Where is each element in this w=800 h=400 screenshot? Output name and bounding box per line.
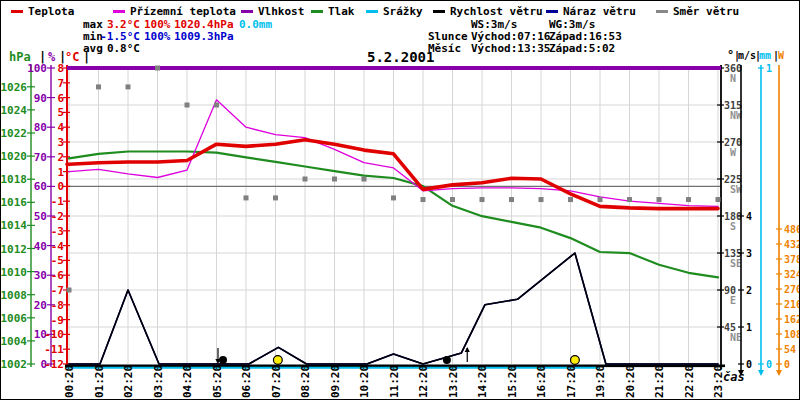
moonrise-arrow-icon xyxy=(465,347,470,352)
x-axis-time-label: 08:20 xyxy=(299,365,312,398)
sunset-marker xyxy=(571,356,580,365)
radiation-tick-label: 432 xyxy=(784,239,800,250)
wind-direction-compass-label: W xyxy=(730,147,737,158)
wind-direction-marker xyxy=(155,66,160,71)
wind-direction-marker xyxy=(450,197,455,202)
hpa-tick-label: 1004 xyxy=(1,335,27,348)
temperature-tick-label: 8 xyxy=(57,62,64,75)
temperature-tick-label: 2 xyxy=(57,151,64,164)
temperature-tick-label: -10 xyxy=(44,328,64,341)
x-axis-time-label: 12:20 xyxy=(417,365,430,398)
wind-direction-marker xyxy=(67,288,72,293)
temperature-tick-label: 6 xyxy=(57,92,64,105)
x-axis-time-label: 16:20 xyxy=(535,365,548,398)
x-axis-time-label: 00:20 xyxy=(63,365,76,398)
x-axis-time-label: 06:20 xyxy=(240,365,253,398)
wind-direction-marker xyxy=(244,195,249,200)
wind-direction-marker xyxy=(391,195,396,200)
temperature-tick-label: -5 xyxy=(51,254,64,267)
radiation-tick-label: 162 xyxy=(784,314,800,325)
temperature-tick-label: 0 xyxy=(57,180,64,193)
x-axis-time-label: 13:20 xyxy=(447,365,460,398)
hpa-tick-label: 1022 xyxy=(1,127,27,140)
x-axis-time-label: 03:20 xyxy=(152,365,165,398)
humidity-tick-label: 20 xyxy=(34,299,47,312)
wind-speed-tick-label: 1 xyxy=(746,322,752,333)
humidity-tick-label: 80 xyxy=(34,121,47,134)
wind-direction-compass-label: S xyxy=(730,221,736,232)
humidity-tick-label: 100 xyxy=(27,62,47,75)
temperature-tick-label: 3 xyxy=(57,136,64,149)
x-axis-time-label: 17:20 xyxy=(565,365,578,398)
hpa-tick-label: 1012 xyxy=(1,243,27,256)
meteogram-image: TeplotaPřízemní teplotaVlhkostTlakSrážky… xyxy=(0,0,800,400)
temperature-tick-label: 4 xyxy=(57,121,64,134)
hpa-tick-label: 1014 xyxy=(1,219,27,232)
x-axis-time-label: 11:20 xyxy=(388,365,401,398)
wind-direction-marker xyxy=(686,197,691,202)
x-axis-time-label: 22:20 xyxy=(683,365,696,398)
temperature-tick-label: 5 xyxy=(57,106,64,119)
radiation-axis-arrow-icon xyxy=(776,370,782,376)
wind-direction-marker xyxy=(421,197,426,202)
x-axis-time-label: 01:20 xyxy=(93,365,106,398)
wind-direction-marker xyxy=(568,197,573,202)
temperature-tick-label: -6 xyxy=(51,269,65,282)
wind-direction-marker xyxy=(627,197,632,202)
humidity-tick-label: 60 xyxy=(34,180,47,193)
wind-direction-marker xyxy=(185,103,190,108)
temperature-tick-label: 1 xyxy=(57,166,64,179)
chart-canvas: 1002100410061008101010121014101610181020… xyxy=(1,1,800,400)
precipitation-tick-label: 1 xyxy=(766,63,772,74)
radiation-tick-label: 0 xyxy=(784,359,790,370)
x-axis-time-label: 10:20 xyxy=(358,365,371,398)
temperature-tick-label: -4 xyxy=(51,240,65,253)
humidity-tick-label: 30 xyxy=(34,269,47,282)
hpa-tick-label: 1018 xyxy=(1,173,27,186)
wind-direction-marker xyxy=(598,197,603,202)
moonset-marker xyxy=(219,356,227,364)
radiation-tick-label: 216 xyxy=(784,299,800,310)
x-axis-time-label: 04:20 xyxy=(181,365,194,398)
wind-direction-marker xyxy=(509,197,514,202)
temperature-tick-label: -8 xyxy=(51,299,64,312)
humidity-tick-label: 40 xyxy=(34,240,47,253)
x-axis-time-label: 15:20 xyxy=(506,365,519,398)
x-axis-time-label: 19:20 xyxy=(594,365,607,398)
x-axis-time-label: 20:20 xyxy=(624,365,637,398)
temperature-tick-label: -7 xyxy=(51,284,64,297)
radiation-tick-label: 378 xyxy=(784,254,800,265)
wind-speed-tick-label: 3 xyxy=(746,248,752,259)
temperature-tick-label: -1 xyxy=(51,195,65,208)
hpa-tick-label: 1024 xyxy=(1,104,27,117)
moonrise-marker xyxy=(443,356,451,364)
x-axis-time-label: 07:20 xyxy=(270,365,283,398)
radiation-tick-label: 324 xyxy=(784,269,800,280)
hpa-tick-label: 1008 xyxy=(1,289,27,302)
hpa-tick-label: 1010 xyxy=(1,266,27,279)
radiation-tick-label: 54 xyxy=(784,344,796,355)
temperature-tick-label: -9 xyxy=(51,314,64,327)
hpa-tick-label: 1026 xyxy=(1,81,27,94)
wind-direction-marker xyxy=(273,195,278,200)
x-axis-time-label: 21:20 xyxy=(653,365,666,398)
wind-direction-compass-label: N xyxy=(730,73,736,84)
radiation-tick-label: 270 xyxy=(784,284,800,295)
x-axis-time-label: 05:20 xyxy=(211,365,224,398)
temperature-tick-label: -3 xyxy=(51,225,64,238)
wind-speed-tick-label: 4 xyxy=(746,211,752,222)
wind-speed-tick-label: 0 xyxy=(746,359,752,370)
wind-direction-marker xyxy=(303,177,308,182)
wind-direction-marker xyxy=(214,103,219,108)
x-axis-time-label: 14:20 xyxy=(476,365,489,398)
wind-direction-marker xyxy=(657,197,662,202)
wind-direction-compass-label: E xyxy=(730,295,736,306)
wind-direction-marker xyxy=(539,197,544,202)
x-axis-time-label: 09:20 xyxy=(329,365,342,398)
wind-direction-marker xyxy=(716,197,721,202)
temperature-tick-label: -2 xyxy=(51,210,64,223)
wind-direction-marker xyxy=(362,177,367,182)
precipitation-tick-label: 0 xyxy=(766,359,772,370)
hpa-tick-label: 1006 xyxy=(1,312,27,325)
wind-direction-marker xyxy=(332,177,337,182)
